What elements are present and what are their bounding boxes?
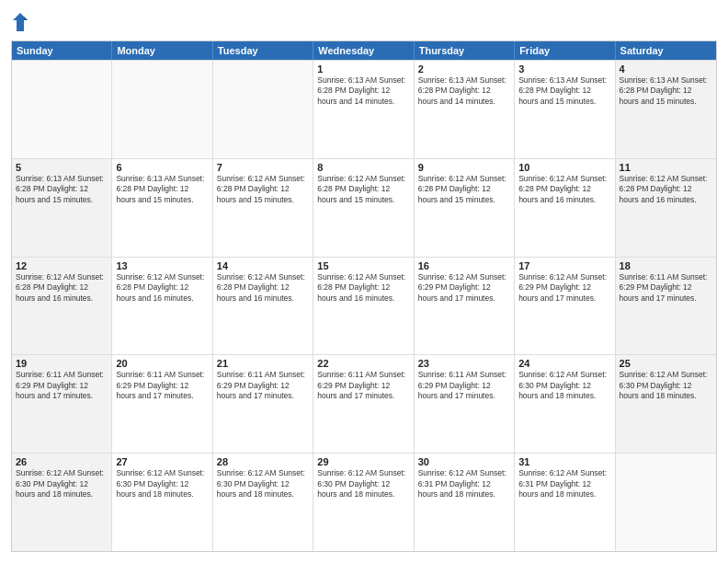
cell-text: Sunrise: 6:12 AM Sunset: 6:29 PM Dayligh… <box>418 272 506 303</box>
cell-text: Sunrise: 6:12 AM Sunset: 6:28 PM Dayligh… <box>317 272 405 303</box>
cal-cell: 9Sunrise: 6:12 AM Sunset: 6:28 PM Daylig… <box>415 159 515 257</box>
day-number: 4 <box>620 63 712 75</box>
day-number: 30 <box>418 456 510 467</box>
cal-cell: 28Sunrise: 6:12 AM Sunset: 6:30 PM Dayli… <box>213 454 313 551</box>
cal-cell <box>213 61 313 158</box>
cal-cell: 24Sunrise: 6:12 AM Sunset: 6:30 PM Dayli… <box>515 355 615 453</box>
cal-week: 26Sunrise: 6:12 AM Sunset: 6:30 PM Dayli… <box>12 453 716 551</box>
cell-text: Sunrise: 6:12 AM Sunset: 6:28 PM Dayligh… <box>518 174 607 204</box>
cal-week: 12Sunrise: 6:12 AM Sunset: 6:28 PM Dayli… <box>12 257 716 355</box>
day-number: 6 <box>116 162 208 173</box>
day-number: 26 <box>16 456 108 467</box>
day-number: 28 <box>217 456 309 467</box>
cal-cell: 16Sunrise: 6:12 AM Sunset: 6:29 PM Dayli… <box>415 258 515 355</box>
cell-text: Sunrise: 6:13 AM Sunset: 6:28 PM Dayligh… <box>620 75 708 106</box>
cal-cell: 2Sunrise: 6:13 AM Sunset: 6:28 PM Daylig… <box>415 61 515 158</box>
day-number: 27 <box>116 456 208 467</box>
cal-cell: 14Sunrise: 6:12 AM Sunset: 6:28 PM Dayli… <box>213 258 313 355</box>
cell-text: Sunrise: 6:12 AM Sunset: 6:30 PM Dayligh… <box>620 370 708 400</box>
cell-text: Sunrise: 6:12 AM Sunset: 6:28 PM Dayligh… <box>16 272 104 303</box>
cell-text: Sunrise: 6:12 AM Sunset: 6:31 PM Dayligh… <box>418 468 506 499</box>
day-number: 19 <box>16 358 108 369</box>
cal-week: 5Sunrise: 6:13 AM Sunset: 6:28 PM Daylig… <box>12 158 716 257</box>
cell-text: Sunrise: 6:11 AM Sunset: 6:29 PM Dayligh… <box>16 370 104 400</box>
cal-header-day: Sunday <box>12 41 112 60</box>
cal-cell: 8Sunrise: 6:12 AM Sunset: 6:28 PM Daylig… <box>313 159 414 257</box>
day-number: 20 <box>116 358 208 369</box>
cal-cell: 29Sunrise: 6:12 AM Sunset: 6:30 PM Dayli… <box>313 454 414 551</box>
cal-cell <box>112 61 212 158</box>
day-number: 1 <box>317 63 409 75</box>
cell-text: Sunrise: 6:12 AM Sunset: 6:28 PM Dayligh… <box>418 174 506 204</box>
cell-text: Sunrise: 6:12 AM Sunset: 6:28 PM Dayligh… <box>217 174 305 204</box>
cell-text: Sunrise: 6:13 AM Sunset: 6:28 PM Dayligh… <box>518 75 607 106</box>
svg-marker-1 <box>24 17 28 20</box>
cal-cell: 26Sunrise: 6:12 AM Sunset: 6:30 PM Dayli… <box>12 454 112 551</box>
cal-cell: 25Sunrise: 6:12 AM Sunset: 6:30 PM Dayli… <box>616 355 716 453</box>
day-number: 25 <box>620 358 712 369</box>
logo-icon <box>11 11 29 33</box>
cal-cell <box>616 454 716 551</box>
cal-header-day: Tuesday <box>213 41 313 60</box>
cal-cell: 31Sunrise: 6:12 AM Sunset: 6:31 PM Dayli… <box>515 454 615 551</box>
cal-cell: 30Sunrise: 6:12 AM Sunset: 6:31 PM Dayli… <box>415 454 515 551</box>
cal-cell: 6Sunrise: 6:13 AM Sunset: 6:28 PM Daylig… <box>112 159 212 257</box>
cal-header-day: Saturday <box>616 41 716 60</box>
cal-cell: 21Sunrise: 6:11 AM Sunset: 6:29 PM Dayli… <box>213 355 313 453</box>
day-number: 15 <box>317 260 409 271</box>
cell-text: Sunrise: 6:12 AM Sunset: 6:30 PM Dayligh… <box>217 468 305 499</box>
cal-cell: 15Sunrise: 6:12 AM Sunset: 6:28 PM Dayli… <box>313 258 414 355</box>
cell-text: Sunrise: 6:12 AM Sunset: 6:31 PM Dayligh… <box>518 468 607 499</box>
day-number: 11 <box>620 162 712 173</box>
cal-cell: 12Sunrise: 6:12 AM Sunset: 6:28 PM Dayli… <box>12 258 112 355</box>
cal-cell: 17Sunrise: 6:12 AM Sunset: 6:29 PM Dayli… <box>515 258 615 355</box>
cell-text: Sunrise: 6:12 AM Sunset: 6:30 PM Dayligh… <box>317 468 405 499</box>
cell-text: Sunrise: 6:11 AM Sunset: 6:29 PM Dayligh… <box>116 370 204 400</box>
cell-text: Sunrise: 6:12 AM Sunset: 6:30 PM Dayligh… <box>518 370 607 400</box>
day-number: 24 <box>518 358 610 369</box>
day-number: 8 <box>317 162 409 173</box>
cell-text: Sunrise: 6:11 AM Sunset: 6:29 PM Dayligh… <box>317 370 405 400</box>
cal-cell: 13Sunrise: 6:12 AM Sunset: 6:28 PM Dayli… <box>112 258 212 355</box>
day-number: 7 <box>217 162 309 173</box>
cell-text: Sunrise: 6:12 AM Sunset: 6:28 PM Dayligh… <box>116 272 204 303</box>
calendar-header: SundayMondayTuesdayWednesdayThursdayFrid… <box>12 41 716 60</box>
day-number: 23 <box>418 358 510 369</box>
cal-cell <box>12 61 112 158</box>
cal-cell: 18Sunrise: 6:11 AM Sunset: 6:29 PM Dayli… <box>616 258 716 355</box>
cal-week: 1Sunrise: 6:13 AM Sunset: 6:28 PM Daylig… <box>12 60 716 158</box>
logo <box>11 11 33 33</box>
cell-text: Sunrise: 6:13 AM Sunset: 6:28 PM Dayligh… <box>418 75 506 106</box>
cell-text: Sunrise: 6:13 AM Sunset: 6:28 PM Dayligh… <box>16 174 104 204</box>
cal-week: 19Sunrise: 6:11 AM Sunset: 6:29 PM Dayli… <box>12 354 716 453</box>
day-number: 31 <box>518 456 610 467</box>
calendar-body: 1Sunrise: 6:13 AM Sunset: 6:28 PM Daylig… <box>12 60 716 551</box>
day-number: 16 <box>418 260 510 271</box>
day-number: 29 <box>317 456 409 467</box>
cell-text: Sunrise: 6:12 AM Sunset: 6:30 PM Dayligh… <box>16 468 104 499</box>
cell-text: Sunrise: 6:12 AM Sunset: 6:30 PM Dayligh… <box>116 468 204 499</box>
cell-text: Sunrise: 6:12 AM Sunset: 6:28 PM Dayligh… <box>217 272 305 303</box>
cell-text: Sunrise: 6:12 AM Sunset: 6:28 PM Dayligh… <box>620 174 708 204</box>
calendar: SundayMondayTuesdayWednesdayThursdayFrid… <box>11 40 717 552</box>
cell-text: Sunrise: 6:13 AM Sunset: 6:28 PM Dayligh… <box>116 174 204 204</box>
day-number: 2 <box>418 63 510 75</box>
cal-cell: 7Sunrise: 6:12 AM Sunset: 6:28 PM Daylig… <box>213 159 313 257</box>
page: SundayMondayTuesdayWednesdayThursdayFrid… <box>0 0 728 563</box>
cal-cell: 23Sunrise: 6:11 AM Sunset: 6:29 PM Dayli… <box>415 355 515 453</box>
day-number: 12 <box>16 260 108 271</box>
cal-cell: 10Sunrise: 6:12 AM Sunset: 6:28 PM Dayli… <box>515 159 615 257</box>
day-number: 3 <box>518 63 610 75</box>
cal-cell: 20Sunrise: 6:11 AM Sunset: 6:29 PM Dayli… <box>112 355 212 453</box>
day-number: 13 <box>116 260 208 271</box>
cal-header-day: Friday <box>515 41 615 60</box>
cell-text: Sunrise: 6:11 AM Sunset: 6:29 PM Dayligh… <box>217 370 305 400</box>
cal-cell: 3Sunrise: 6:13 AM Sunset: 6:28 PM Daylig… <box>515 61 615 158</box>
day-number: 10 <box>518 162 610 173</box>
cell-text: Sunrise: 6:11 AM Sunset: 6:29 PM Dayligh… <box>620 272 708 303</box>
header <box>11 11 717 33</box>
cal-cell: 1Sunrise: 6:13 AM Sunset: 6:28 PM Daylig… <box>313 61 414 158</box>
cal-cell: 19Sunrise: 6:11 AM Sunset: 6:29 PM Dayli… <box>12 355 112 453</box>
day-number: 14 <box>217 260 309 271</box>
cal-header-day: Wednesday <box>313 41 414 60</box>
